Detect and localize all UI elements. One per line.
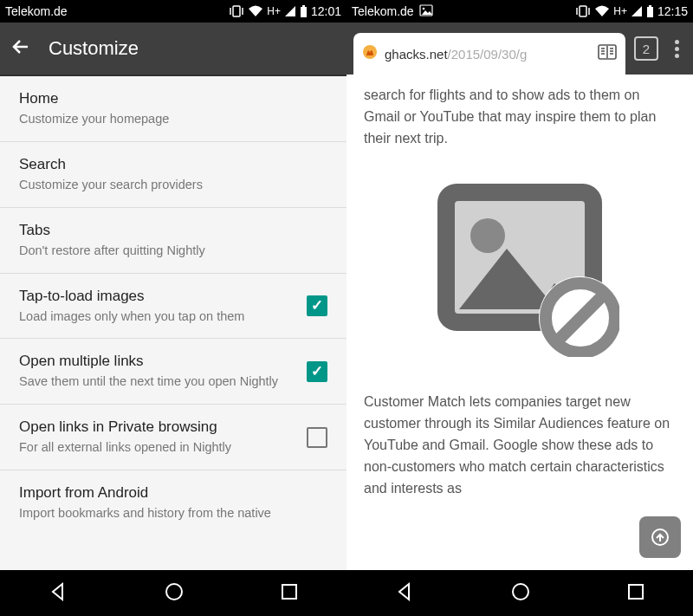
carrier-label: Telekom.de	[5, 4, 68, 18]
svg-rect-31	[629, 585, 643, 599]
app-bar: Customize	[0, 23, 346, 76]
setting-title: Search	[19, 156, 327, 173]
article-paragraph: search for flights and to show ads to th…	[364, 85, 676, 149]
setting-title: Home	[19, 90, 327, 107]
setting-subtitle: Don't restore after quitting Nightly	[19, 243, 327, 259]
page-content[interactable]: search for flights and to show ads to th…	[346, 75, 693, 570]
setting-search[interactable]: Search Customize your search providers	[0, 142, 346, 208]
url-bar[interactable]: ghacks.net/2015/09/30/g	[353, 33, 625, 75]
battery-icon	[300, 5, 308, 17]
battery-icon	[646, 5, 654, 17]
wifi-icon	[248, 5, 263, 17]
svg-point-30	[513, 584, 528, 600]
setting-title: Open links in Private browsing	[19, 418, 298, 436]
setting-title: Import from Android	[19, 484, 327, 502]
vibrate-icon	[575, 5, 591, 17]
svg-point-5	[166, 584, 182, 600]
setting-title: Tabs	[19, 222, 327, 239]
checkbox[interactable]	[307, 361, 327, 382]
tab-count-value: 2	[643, 42, 650, 56]
setting-tap-to-load[interactable]: Tap-to-load images Load images only when…	[0, 274, 346, 340]
url-path: /2015/09/30/g	[448, 47, 528, 62]
setting-home[interactable]: Home Customize your homepage	[0, 76, 346, 142]
nav-bar	[346, 570, 693, 616]
reader-mode-icon[interactable]	[598, 44, 617, 63]
signal-icon	[631, 5, 643, 17]
status-bar-left: Telekom.de H+ 12:01	[0, 0, 346, 23]
status-bar-right: Telekom.de H+ 12:15	[346, 0, 693, 23]
clock: 12:15	[657, 4, 688, 18]
nav-back-icon[interactable]	[48, 581, 68, 606]
tab-count-button[interactable]: 2	[634, 36, 658, 61]
nav-home-icon[interactable]	[510, 581, 531, 606]
setting-subtitle: Save them until the next time you open N…	[19, 373, 298, 390]
setting-subtitle: For all external links opened in Nightly	[19, 439, 298, 456]
svg-rect-3	[302, 5, 305, 7]
browser-screen: Telekom.de H+ 12:15	[346, 0, 693, 616]
picture-icon	[419, 4, 433, 19]
svg-rect-13	[647, 7, 653, 17]
settings-list[interactable]: Home Customize your homepage Search Cust…	[0, 76, 346, 570]
network-type: H+	[267, 6, 281, 16]
vibrate-icon	[229, 5, 244, 17]
site-favicon-icon	[362, 44, 378, 63]
nav-recent-icon[interactable]	[626, 582, 645, 605]
setting-subtitle: Customize your search providers	[19, 177, 327, 193]
checkbox[interactable]	[307, 427, 327, 448]
signal-icon	[284, 5, 296, 17]
network-type: H+	[613, 6, 627, 16]
nav-recent-icon[interactable]	[280, 582, 299, 605]
svg-rect-0	[233, 6, 240, 16]
svg-point-14	[363, 45, 377, 59]
settings-screen: Telekom.de H+ 12:01 Customize	[0, 0, 346, 616]
setting-title: Open multiple links	[19, 353, 298, 370]
svg-point-25	[470, 218, 505, 253]
setting-tabs[interactable]: Tabs Don't restore after quitting Nightl…	[0, 208, 346, 274]
page-title: Customize	[49, 37, 139, 60]
article-paragraph: Customer Match lets companies target new…	[364, 392, 676, 499]
carrier-label: Telekom.de	[352, 4, 414, 18]
clock: 12:01	[311, 4, 341, 18]
svg-point-8	[422, 7, 424, 10]
setting-subtitle: Import bookmarks and history from the na…	[19, 505, 327, 522]
url-text: ghacks.net/2015/09/30/g	[385, 47, 591, 62]
browser-toolbar: ghacks.net/2015/09/30/g 2	[346, 23, 693, 75]
setting-subtitle: Customize your homepage	[19, 111, 327, 127]
nav-back-icon[interactable]	[394, 581, 415, 606]
url-host: ghacks.net	[385, 47, 448, 62]
setting-subtitle: Load images only when you tap on them	[19, 308, 298, 325]
svg-rect-9	[580, 6, 586, 16]
setting-import-android[interactable]: Import from Android Import bookmarks and…	[0, 470, 346, 535]
scroll-to-top-button[interactable]	[639, 516, 681, 558]
wifi-icon	[594, 5, 610, 17]
setting-private-browsing-links[interactable]: Open links in Private browsing For all e…	[0, 405, 346, 470]
nav-bar	[0, 570, 346, 616]
svg-rect-6	[282, 585, 296, 599]
svg-rect-4	[301, 7, 307, 17]
setting-title: Tap-to-load images	[19, 288, 298, 305]
menu-icon[interactable]	[667, 40, 686, 58]
back-icon[interactable]	[10, 36, 31, 61]
checkbox[interactable]	[307, 295, 327, 316]
nav-home-icon[interactable]	[164, 581, 185, 606]
blocked-image-icon	[420, 175, 619, 357]
setting-open-multiple-links[interactable]: Open multiple links Save them until the …	[0, 339, 346, 405]
svg-rect-12	[649, 5, 651, 7]
